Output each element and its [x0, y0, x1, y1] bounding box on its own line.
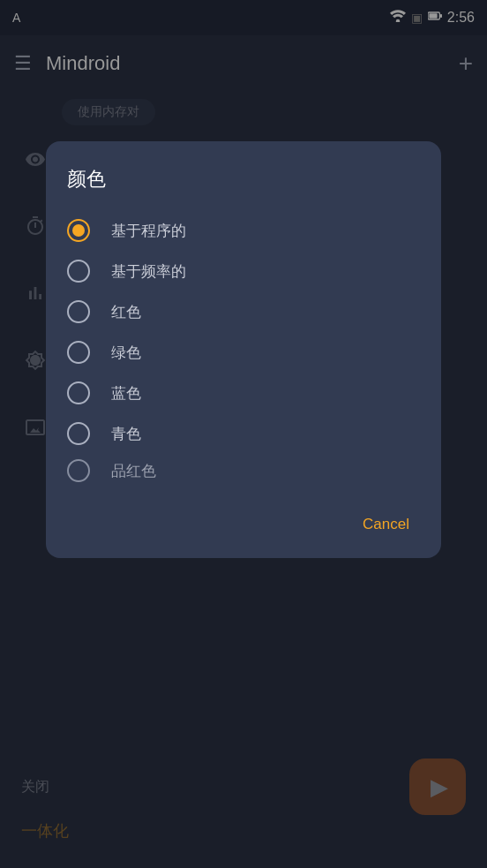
radio-label-4: 绿色 — [111, 343, 141, 363]
radio-button-7[interactable] — [67, 459, 90, 482]
radio-option-3[interactable]: 红色 — [67, 291, 420, 332]
radio-option-1[interactable]: 基于程序的 — [67, 210, 420, 251]
radio-label-5: 蓝色 — [111, 383, 141, 404]
dialog-title: 颜色 — [67, 166, 420, 192]
dialog-actions: Cancel — [67, 502, 420, 540]
color-dialog: 颜色 基于程序的 基于频率的 红色 绿色 蓝色 青色 品红色 Cancel — [46, 141, 441, 558]
radio-selected-indicator — [72, 224, 85, 237]
radio-button-1[interactable] — [67, 219, 90, 242]
radio-option-2[interactable]: 基于频率的 — [67, 251, 420, 291]
radio-button-3[interactable] — [67, 300, 90, 323]
radio-option-6[interactable]: 青色 — [67, 413, 420, 454]
radio-label-3: 红色 — [111, 302, 141, 322]
radio-button-4[interactable] — [67, 341, 90, 364]
radio-label-7: 品红色 — [111, 461, 156, 481]
radio-option-7[interactable]: 品红色 — [67, 454, 420, 487]
cancel-button[interactable]: Cancel — [352, 509, 420, 540]
radio-label-1: 基于程序的 — [111, 221, 186, 241]
radio-option-4[interactable]: 绿色 — [67, 332, 420, 373]
radio-option-5[interactable]: 蓝色 — [67, 373, 420, 413]
radio-label-6: 青色 — [111, 424, 141, 444]
radio-label-2: 基于频率的 — [111, 261, 186, 282]
radio-button-5[interactable] — [67, 381, 90, 404]
radio-button-6[interactable] — [67, 422, 90, 445]
radio-button-2[interactable] — [67, 260, 90, 283]
